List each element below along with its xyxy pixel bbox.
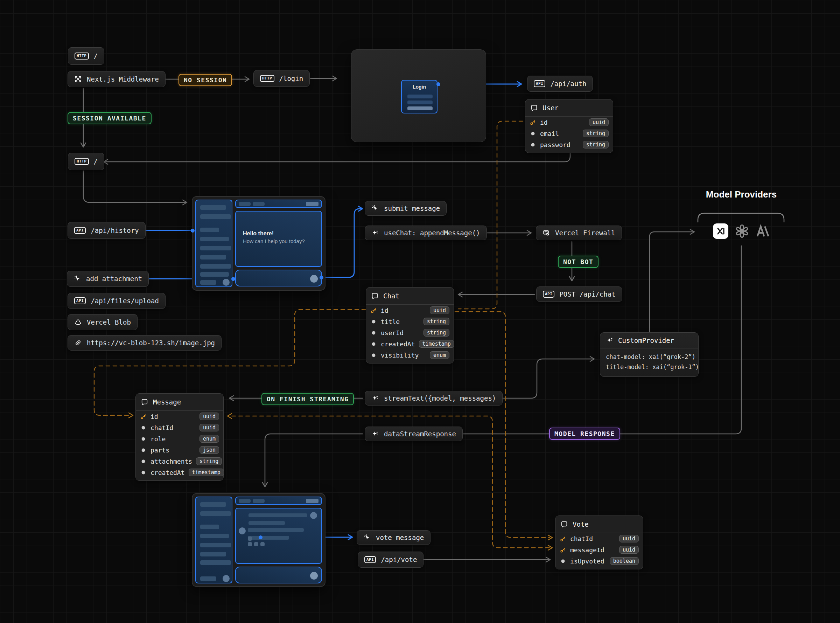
sparkles-icon — [371, 430, 379, 438]
skeleton-bar — [253, 202, 265, 206]
custom-provider-line: chat-model: xai(“grok-2”) — [606, 352, 693, 362]
table-row: titlestring — [366, 316, 454, 327]
chat-app-mockup-2 — [192, 493, 326, 587]
table-user: User iduuid emailstring passwordstring — [525, 99, 613, 153]
message-area — [235, 508, 322, 564]
skeleton-bar — [200, 502, 226, 507]
openai-logo-icon — [734, 223, 750, 239]
skeleton-bar — [200, 246, 231, 250]
node-api-auth: API /api/auth — [527, 76, 593, 92]
node-datastream-response: dataStreamResponse — [365, 427, 463, 441]
column-icon — [529, 130, 536, 137]
node-submit-message: submit message — [365, 201, 447, 216]
skeleton-bar — [200, 511, 231, 516]
cursor-click-icon — [371, 204, 379, 212]
table-row: createdAttimestamp — [136, 467, 223, 478]
table-row: passwordstring — [525, 139, 613, 150]
skeleton-bar — [239, 202, 251, 206]
database-icon — [141, 398, 148, 406]
avatar — [223, 279, 230, 286]
user-message-bar — [248, 513, 307, 517]
node-label: /api/vote — [381, 556, 417, 563]
table-row: partsjson — [136, 444, 223, 456]
table-row: iduuid — [366, 305, 454, 316]
skeleton-bar — [200, 272, 229, 277]
skeleton-bar — [200, 560, 231, 565]
primary-key-icon — [370, 307, 377, 314]
column-icon — [529, 141, 536, 148]
sidebar-skeleton — [195, 199, 233, 287]
node-blob-url: https://vc-blob-123.sh/image.jpg — [67, 335, 222, 351]
node-api-files-upload: API /api/files/upload — [67, 293, 165, 309]
node-label: streamText({model, messages) — [384, 394, 496, 402]
table-row: chatIduuid — [136, 422, 223, 433]
api-chip: API — [364, 556, 376, 563]
node-label: useChat: appendMessage() — [384, 229, 480, 237]
cursor-click-icon — [73, 275, 81, 282]
primary-key-icon — [140, 413, 147, 420]
skeleton-bar — [239, 499, 251, 503]
node-label: add attachment — [86, 275, 142, 282]
assistant-message-bar — [248, 536, 289, 540]
assistant-message-bar — [248, 528, 304, 532]
node-label: vote message — [376, 534, 424, 542]
table-vote-header: Vote — [555, 516, 643, 533]
node-vercel-blob: Vercel Blob — [67, 314, 138, 330]
table-chat-header: Chat — [366, 287, 454, 305]
chat-input-skeleton — [235, 566, 322, 583]
badge-session-available: SESSION AVAILABLE — [67, 112, 151, 124]
sparkles-icon — [606, 336, 614, 344]
node-post-api-chat: API POST /api/chat — [536, 287, 622, 302]
avatar — [223, 575, 230, 582]
http-chip: HTTP — [260, 75, 274, 81]
blob-icon — [74, 318, 82, 326]
column-icon — [140, 469, 147, 476]
architecture-diagram-canvas: HTTP / Next.js Middleware NO SESSION HTT… — [0, 0, 840, 623]
primary-key-icon — [560, 547, 566, 553]
node-label: dataStreamResponse — [384, 430, 456, 438]
badge-no-session: NO SESSION — [179, 74, 232, 86]
topbar-skeleton — [235, 199, 322, 208]
database-icon — [530, 104, 538, 112]
node-label: /login — [279, 75, 303, 82]
skeleton-bar — [200, 534, 229, 538]
column-icon — [140, 447, 147, 454]
skeleton-bar — [200, 576, 216, 581]
sidebar-skeleton — [195, 497, 233, 583]
cursor-click-icon — [363, 534, 371, 542]
greeting-subtitle: How can I help you today? — [243, 238, 305, 244]
model-providers-title: Model Providers — [689, 189, 794, 200]
skeleton-bar — [200, 228, 219, 232]
message-action-dot — [248, 542, 252, 546]
primary-key-icon — [529, 119, 536, 126]
custom-provider-header: CustomProvider — [600, 333, 698, 348]
table-row: iduuid — [525, 117, 613, 128]
node-api-vote: API /api/vote — [358, 552, 424, 568]
badge-not-bot: NOT BOT — [558, 256, 598, 268]
badge-model-response: MODEL RESPONSE — [549, 428, 620, 440]
skeleton-bar — [407, 101, 433, 104]
sparkles-icon — [371, 229, 379, 237]
relation-dash-wires — [94, 121, 549, 548]
skeleton-bar — [200, 255, 226, 259]
node-label: / — [94, 52, 98, 60]
wire-dot — [259, 536, 263, 539]
node-label: Vercel Firewall — [555, 229, 615, 237]
providers-bracket — [698, 213, 784, 222]
column-icon — [370, 318, 377, 325]
skeleton-bar — [200, 214, 231, 219]
message-action-dot — [260, 542, 265, 546]
skeleton-bar — [306, 499, 318, 503]
primary-key-icon — [560, 536, 566, 542]
node-label: POST /api/chat — [559, 290, 615, 298]
send-button — [310, 572, 318, 580]
table-row: userIdstring — [366, 327, 454, 338]
node-add-attachment: add attachment — [67, 271, 149, 287]
login-form-title: Login — [402, 84, 437, 90]
api-chip: API — [74, 227, 86, 233]
message-action-dot — [248, 537, 252, 541]
table-row: visibilityenum — [366, 350, 454, 361]
user-message-bar — [248, 521, 285, 525]
column-icon — [140, 424, 147, 431]
node-label: / — [94, 158, 98, 165]
